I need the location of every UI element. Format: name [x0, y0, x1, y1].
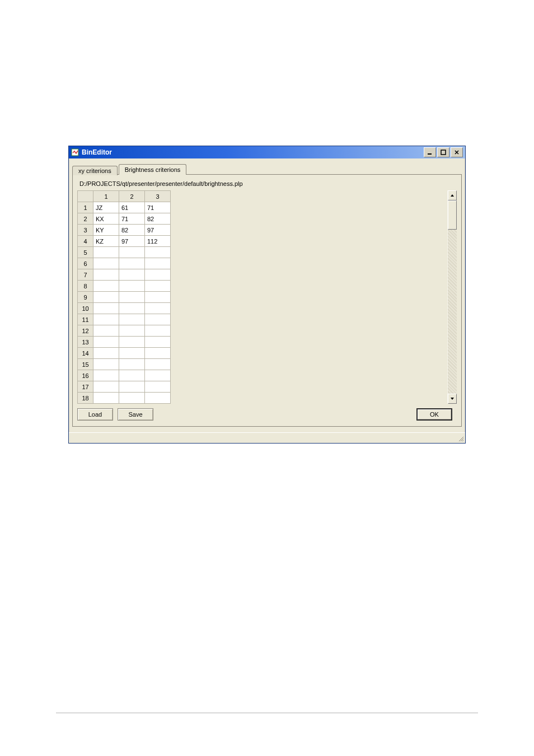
table-cell[interactable] — [145, 292, 171, 303]
row-header[interactable]: 12 — [78, 325, 93, 337]
resize-grip-icon[interactable] — [457, 435, 464, 442]
table-cell[interactable]: 71 — [119, 213, 145, 225]
vertical-scrollbar[interactable] — [447, 190, 457, 404]
row-header[interactable]: 9 — [78, 292, 93, 303]
table-cell[interactable] — [145, 325, 171, 337]
row-header[interactable]: 3 — [78, 225, 93, 236]
table-cell[interactable] — [119, 337, 145, 348]
table-cell[interactable] — [145, 359, 171, 370]
table-cell[interactable] — [93, 292, 119, 303]
row-header[interactable]: 17 — [78, 381, 93, 393]
load-button[interactable]: Load — [77, 408, 113, 421]
table-cell[interactable]: KX — [93, 213, 119, 225]
table-cell[interactable]: 71 — [145, 202, 171, 213]
page-footer-rule — [56, 712, 478, 713]
table-cell[interactable] — [93, 325, 119, 337]
table-cell[interactable] — [145, 303, 171, 314]
table-cell[interactable] — [93, 348, 119, 359]
table-cell[interactable]: KY — [93, 225, 119, 236]
column-header[interactable]: 3 — [145, 191, 171, 202]
scroll-down-arrow-icon[interactable] — [448, 394, 457, 404]
table-row: 17 — [78, 381, 171, 393]
row-header[interactable]: 4 — [78, 236, 93, 247]
table-cell[interactable]: 97 — [145, 225, 171, 236]
row-header[interactable]: 11 — [78, 314, 93, 325]
table-cell[interactable] — [119, 292, 145, 303]
save-button[interactable]: Save — [118, 408, 153, 421]
table-cell[interactable]: 82 — [145, 213, 171, 225]
table-cell[interactable] — [119, 348, 145, 359]
column-header[interactable]: 1 — [93, 191, 119, 202]
table-cell[interactable] — [93, 337, 119, 348]
table-cell[interactable] — [93, 258, 119, 269]
table-cell[interactable] — [119, 393, 145, 404]
table-cell[interactable]: 97 — [119, 236, 145, 247]
row-header[interactable]: 5 — [78, 247, 93, 258]
table-cell[interactable]: 112 — [145, 236, 171, 247]
table-corner — [78, 191, 93, 202]
client-area: xy criterions Brightness criterions D:/P… — [69, 158, 465, 432]
table-cell[interactable] — [145, 370, 171, 381]
row-header[interactable]: 16 — [78, 370, 93, 381]
row-header[interactable]: 14 — [78, 348, 93, 359]
row-header[interactable]: 2 — [78, 213, 93, 225]
row-header[interactable]: 7 — [78, 269, 93, 281]
table-cell[interactable] — [145, 269, 171, 281]
table-row: 16 — [78, 370, 171, 381]
table-cell[interactable] — [93, 281, 119, 292]
table-cell[interactable] — [119, 269, 145, 281]
table-cell[interactable] — [145, 337, 171, 348]
svg-rect-1 — [428, 153, 432, 155]
table-cell[interactable] — [145, 381, 171, 393]
row-header[interactable]: 6 — [78, 258, 93, 269]
table-cell[interactable] — [119, 381, 145, 393]
maximize-button[interactable] — [437, 147, 449, 157]
row-header[interactable]: 8 — [78, 281, 93, 292]
table-cell[interactable] — [93, 303, 119, 314]
table-cell[interactable] — [119, 370, 145, 381]
row-header[interactable]: 15 — [78, 359, 93, 370]
table-cell[interactable] — [119, 281, 145, 292]
table-cell[interactable] — [145, 258, 171, 269]
table-row: 7 — [78, 269, 171, 281]
titlebar[interactable]: BinEditor — [69, 146, 465, 158]
table-cell[interactable] — [119, 325, 145, 337]
ok-button[interactable]: OK — [416, 408, 452, 421]
table-cell[interactable]: KZ — [93, 236, 119, 247]
row-header[interactable]: 13 — [78, 337, 93, 348]
tab-xy-criterions[interactable]: xy criterions — [72, 166, 118, 175]
table-cell[interactable]: JZ — [93, 202, 119, 213]
table-cell[interactable] — [119, 359, 145, 370]
tab-brightness-criterions[interactable]: Brightness criterions — [119, 164, 187, 175]
table-cell[interactable] — [93, 247, 119, 258]
table-row: 14 — [78, 348, 171, 359]
table-cell[interactable] — [119, 303, 145, 314]
table-cell[interactable] — [119, 258, 145, 269]
row-header[interactable]: 18 — [78, 393, 93, 404]
table-cell[interactable] — [145, 247, 171, 258]
table-cell[interactable] — [93, 393, 119, 404]
table-cell[interactable] — [119, 247, 145, 258]
table-cell[interactable] — [145, 281, 171, 292]
table-cell[interactable]: 82 — [119, 225, 145, 236]
close-button[interactable] — [451, 147, 463, 157]
app-window: BinEditor xy criterions Brightness crite… — [68, 146, 466, 444]
row-header[interactable]: 10 — [78, 303, 93, 314]
row-header[interactable]: 1 — [78, 202, 93, 213]
table-cell[interactable]: 61 — [119, 202, 145, 213]
table-cell[interactable] — [119, 314, 145, 325]
criteria-table[interactable]: 1 2 3 1JZ61712KX71823KY82974KZ9711256789… — [77, 190, 171, 404]
table-cell[interactable] — [145, 393, 171, 404]
column-header[interactable]: 2 — [119, 191, 145, 202]
table-cell[interactable] — [93, 381, 119, 393]
table-cell[interactable] — [93, 359, 119, 370]
scroll-track[interactable] — [448, 200, 457, 394]
table-cell[interactable] — [93, 269, 119, 281]
table-cell[interactable] — [145, 348, 171, 359]
scroll-thumb[interactable] — [448, 200, 457, 230]
scroll-up-arrow-icon[interactable] — [448, 190, 457, 200]
table-cell[interactable] — [145, 314, 171, 325]
table-cell[interactable] — [93, 314, 119, 325]
minimize-button[interactable] — [424, 147, 436, 157]
table-cell[interactable] — [93, 370, 119, 381]
